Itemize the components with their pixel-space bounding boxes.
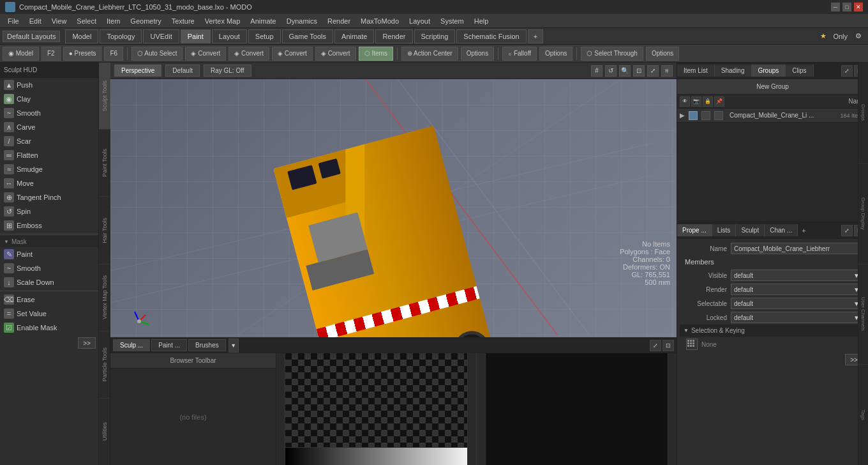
selection-keying-header[interactable]: Selection & Keying: [680, 324, 865, 337]
action-center-button[interactable]: ⊕ Action Center: [401, 47, 458, 61]
convert3-button[interactable]: ◈ Convert: [272, 47, 313, 61]
tool-spin[interactable]: ↺ Spin: [0, 204, 98, 218]
options2-button[interactable]: Options: [539, 47, 572, 61]
layout-tab-animate[interactable]: Animate: [334, 29, 374, 43]
select-through-button[interactable]: ⬡ Select Through: [581, 47, 643, 61]
layout-tab-scripting[interactable]: Scripting: [414, 29, 456, 43]
tool-set-value[interactable]: = Set Value: [0, 307, 98, 321]
menu-maxtomodo[interactable]: MaxToModo: [355, 16, 404, 26]
menu-layout[interactable]: Layout: [404, 16, 435, 26]
layout-dropdown[interactable]: Default Layouts: [3, 31, 60, 42]
tool-smooth-1[interactable]: ~ Smooth: [0, 106, 98, 120]
layout-tab-setup[interactable]: Setup: [248, 29, 281, 43]
btab-settings-icon[interactable]: ⊡: [662, 340, 674, 351]
props-expand[interactable]: ⤢: [841, 225, 853, 236]
layout-tab-uvedit[interactable]: UVEdit: [143, 29, 179, 43]
rtab-item-list[interactable]: Item List: [677, 65, 715, 77]
tool-flatten[interactable]: ═ Flatten: [0, 148, 98, 162]
expand-button[interactable]: >>: [78, 337, 96, 349]
layout-tab-layout[interactable]: Layout: [212, 29, 247, 43]
layout-gear[interactable]: ⚙: [851, 31, 865, 42]
ptab-lists[interactable]: Lists: [712, 224, 737, 236]
viewport-tab-perspective[interactable]: Perspective: [114, 65, 161, 77]
ptab-properties[interactable]: Prope ...: [677, 224, 712, 236]
vtab-sculpt-tools[interactable]: Sculpt Tools: [99, 63, 110, 129]
menu-geometry[interactable]: Geometry: [125, 16, 166, 26]
viewport-icon-expand[interactable]: ⤢: [647, 65, 659, 77]
viewport-icon-rotate[interactable]: ↺: [605, 65, 617, 77]
options1-button[interactable]: Options: [461, 47, 494, 61]
ptab-add[interactable]: +: [798, 224, 809, 237]
menu-edit[interactable]: Edit: [24, 16, 47, 26]
rtab-shading[interactable]: Shading: [715, 65, 752, 77]
ptab-sculpt[interactable]: Sculpt: [736, 224, 765, 236]
mask-section-label[interactable]: Mask: [0, 236, 98, 247]
selectable-dropdown[interactable]: default ▼: [731, 298, 863, 309]
convert1-button[interactable]: ◈ Convert: [185, 47, 226, 61]
group-visible-icon[interactable]: 👁: [680, 96, 690, 107]
tool-scar[interactable]: / Scar: [0, 134, 98, 148]
options3-button[interactable]: Options: [646, 47, 679, 61]
menu-vertex-map[interactable]: Vertex Map: [200, 16, 246, 26]
viewport-tab-ray-gl[interactable]: Ray GL: Off: [204, 65, 251, 77]
group-item-row[interactable]: ▶ Compact_Mobile_Crane_Li ... 164 Items: [677, 109, 868, 123]
vtab-paint-tools[interactable]: Paint Tools: [99, 130, 110, 196]
locked-dropdown[interactable]: default ▼: [731, 312, 863, 323]
menu-select[interactable]: Select: [71, 16, 101, 26]
menu-dynamics[interactable]: Dynamics: [281, 16, 322, 26]
viewport-icon-zoom[interactable]: 🔍: [619, 65, 631, 77]
viewport-tab-default[interactable]: Default: [165, 65, 200, 77]
vtab-hair-tools[interactable]: Hair Tools: [99, 197, 110, 263]
layout-tab-paint[interactable]: Paint: [181, 29, 211, 43]
layout-add-tab[interactable]: +: [528, 29, 543, 43]
menu-item[interactable]: Item: [101, 16, 125, 26]
render-dropdown[interactable]: default ▼: [731, 284, 863, 295]
falloff-button[interactable]: ⬦ Falloff: [502, 47, 537, 61]
tool-enable-mask[interactable]: ☑ Enable Mask: [0, 321, 98, 335]
brushes-dropdown[interactable]: ▼: [228, 339, 239, 353]
f2-button[interactable]: F2: [41, 47, 61, 61]
menu-system[interactable]: System: [435, 16, 469, 26]
items-button[interactable]: ⬡ Items: [359, 47, 393, 61]
rtab-groups[interactable]: Groups: [752, 65, 786, 77]
group-render-icon[interactable]: 📷: [691, 96, 701, 107]
model-button[interactable]: ◉ Model: [3, 47, 39, 61]
layout-tab-model[interactable]: Model: [65, 29, 98, 43]
rvtab-groups[interactable]: Groups: [858, 63, 868, 164]
ptab-channels[interactable]: Chan ...: [765, 224, 798, 236]
viewport[interactable]: No Items Polygons : Face Channels: 0 Def…: [110, 79, 677, 337]
tool-push[interactable]: ▲ Push: [0, 78, 98, 92]
btab-expand-icon[interactable]: ⤢: [650, 340, 661, 351]
rvtab-user-channels[interactable]: User Channels: [858, 264, 868, 365]
group-pin-icon[interactable]: 📌: [714, 96, 724, 107]
rvtab-tags[interactable]: Tags: [858, 365, 868, 465]
tool-clay[interactable]: ◉ Clay: [0, 92, 98, 106]
layout-tab-render[interactable]: Render: [375, 29, 412, 43]
visible-dropdown[interactable]: default ▼: [731, 270, 863, 281]
maximize-button[interactable]: □: [842, 3, 851, 11]
menu-file[interactable]: File: [3, 16, 24, 26]
tool-smudge[interactable]: ≈ Smudge: [0, 162, 98, 176]
layout-tab-schematic[interactable]: Schematic Fusion: [456, 29, 526, 43]
vtab-utilities[interactable]: Utilities: [99, 399, 110, 465]
vtab-particle-tools[interactable]: Particle Tools: [99, 332, 110, 398]
tool-emboss[interactable]: ⊞ Emboss: [0, 218, 98, 232]
presets-button[interactable]: ● Presets: [63, 47, 102, 61]
menu-render[interactable]: Render: [322, 16, 355, 26]
viewport-icon-settings[interactable]: ≡: [661, 65, 673, 77]
layout-tab-topology[interactable]: Topology: [100, 29, 142, 43]
rvtab-group-display[interactable]: Group Display: [858, 164, 868, 264]
menu-help[interactable]: Help: [469, 16, 494, 26]
group-lock-icon[interactable]: 🔒: [703, 96, 713, 107]
new-group-button[interactable]: New Group: [677, 79, 868, 95]
tool-erase[interactable]: ⌫ Erase: [0, 293, 98, 307]
btab-paint[interactable]: Paint ...: [151, 339, 187, 351]
viewport-icon-grid[interactable]: #: [591, 65, 602, 77]
btab-brushes[interactable]: Brushes: [188, 339, 226, 351]
tool-scale-down[interactable]: ↓ Scale Down: [0, 275, 98, 289]
f6-button[interactable]: F6: [104, 47, 123, 61]
rtab-expand[interactable]: ⤢: [841, 65, 853, 77]
convert2-button[interactable]: ◈ Convert: [228, 47, 269, 61]
convert4-button[interactable]: ◈ Convert: [315, 47, 356, 61]
vtab-vertex-map-tools[interactable]: Vertex Map Tools: [99, 264, 110, 331]
